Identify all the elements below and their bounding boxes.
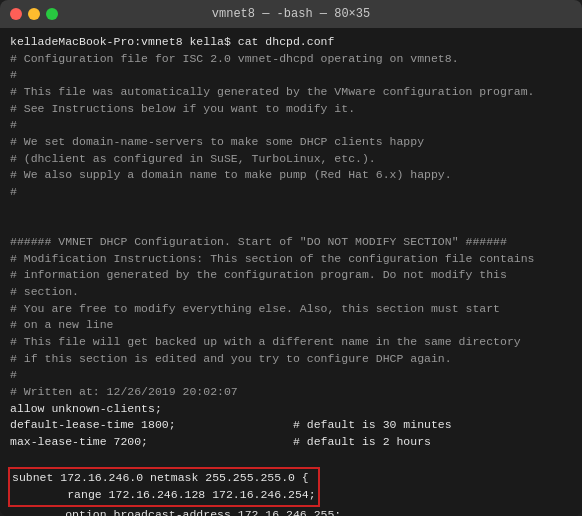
- terminal-line: # This file was automatically generated …: [10, 84, 572, 101]
- close-button[interactable]: [10, 8, 22, 20]
- terminal-line: # We set domain-name-servers to make som…: [10, 134, 572, 151]
- terminal-line: # section.: [10, 284, 572, 301]
- terminal-line: # You are free to modify everything else…: [10, 301, 572, 318]
- terminal-line: # This file will get backed up with a di…: [10, 334, 572, 351]
- terminal-line: max-lease-time 7200; # default is 2 hour…: [10, 434, 572, 451]
- terminal-line: # We also supply a domain name to make p…: [10, 167, 572, 184]
- terminal-line: # if this section is edited and you try …: [10, 351, 572, 368]
- terminal-line: # Configuration file for ISC 2.0 vmnet-d…: [10, 51, 572, 68]
- minimize-button[interactable]: [28, 8, 40, 20]
- terminal-line: default-lease-time 1800; # default is 30…: [10, 417, 572, 434]
- terminal-line: # information generated by the configura…: [10, 267, 572, 284]
- terminal-line: #: [10, 367, 572, 384]
- highlight-block: subnet 172.16.246.0 netmask 255.255.255.…: [8, 467, 320, 506]
- terminal-line: option broadcast-address 172.16.246.255;: [10, 507, 572, 516]
- terminal-line: # on a new line: [10, 317, 572, 334]
- traffic-lights: [10, 8, 58, 20]
- terminal-line: #: [10, 67, 572, 84]
- terminal-line: allow unknown-clients;: [10, 401, 572, 418]
- terminal-line: #: [10, 117, 572, 134]
- terminal-blank-line: [10, 217, 572, 234]
- titlebar: vmnet8 — -bash — 80×35: [0, 0, 582, 28]
- terminal-line: #: [10, 184, 572, 201]
- terminal-line: # Written at: 12/26/2019 20:02:07: [10, 384, 572, 401]
- terminal-blank-line: [10, 451, 572, 468]
- terminal-prompt-line: kelladeMacBook-Pro:vmnet8 kella$ cat dhc…: [10, 34, 572, 51]
- terminal-window: vmnet8 — -bash — 80×35 kelladeMacBook-Pr…: [0, 0, 582, 516]
- terminal-body[interactable]: kelladeMacBook-Pro:vmnet8 kella$ cat dhc…: [0, 28, 582, 516]
- terminal-blank-line: [10, 201, 572, 218]
- window-title: vmnet8 — -bash — 80×35: [212, 7, 370, 21]
- terminal-line: ###### VMNET DHCP Configuration. Start o…: [10, 234, 572, 251]
- terminal-line: # Modification Instructions: This sectio…: [10, 251, 572, 268]
- terminal-line: # See Instructions below if you want to …: [10, 101, 572, 118]
- maximize-button[interactable]: [46, 8, 58, 20]
- terminal-line: # (dhclient as configured in SuSE, Turbo…: [10, 151, 572, 168]
